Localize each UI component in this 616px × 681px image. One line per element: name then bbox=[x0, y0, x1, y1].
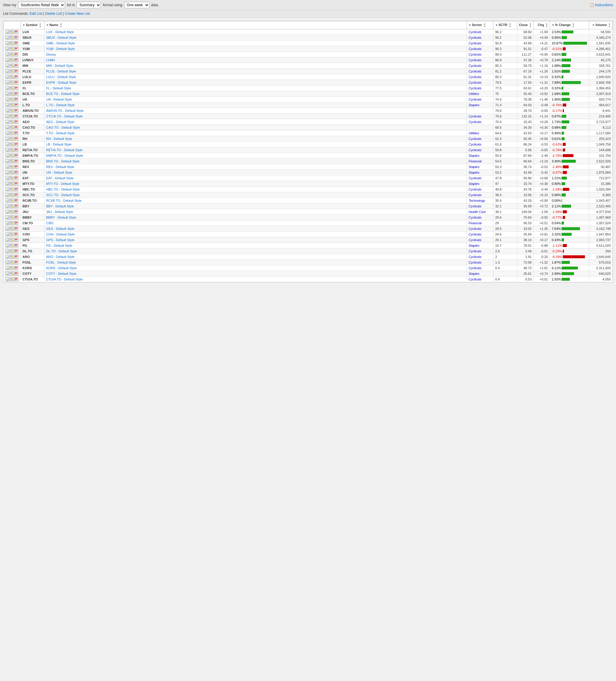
flag-icon[interactable]: 🚩 bbox=[14, 52, 18, 56]
chart-icon[interactable]: 📊 bbox=[5, 176, 9, 180]
edit-icon[interactable]: ✏️ bbox=[10, 58, 14, 62]
delete-list-link[interactable]: Delete List bbox=[45, 11, 62, 16]
flag-icon[interactable]: 🚩 bbox=[14, 210, 18, 214]
edit-icon[interactable]: ✏️ bbox=[10, 238, 14, 242]
chart-icon[interactable]: 📊 bbox=[5, 80, 9, 84]
flag-icon[interactable]: 🚩 bbox=[14, 204, 18, 208]
th-name[interactable]: ▼Name ▲▼ bbox=[44, 21, 467, 29]
chart-icon[interactable]: 📊 bbox=[5, 52, 9, 56]
chart-icon[interactable]: 📊 bbox=[5, 165, 9, 169]
flag-icon[interactable]: 🚩 bbox=[14, 170, 18, 175]
th-chg[interactable]: Chg ▲▼ bbox=[534, 21, 550, 29]
flag-icon[interactable]: 🚩 bbox=[14, 137, 18, 141]
chart-icon[interactable]: 📊 bbox=[5, 249, 9, 253]
edit-icon[interactable]: ✏️ bbox=[10, 97, 14, 101]
flag-icon[interactable]: 🚩 bbox=[14, 80, 18, 84]
flag-icon[interactable]: 🚩 bbox=[14, 58, 18, 62]
chart-icon[interactable]: 📊 bbox=[5, 92, 9, 96]
flag-icon[interactable]: 🚩 bbox=[14, 176, 18, 180]
flag-icon[interactable]: 🚩 bbox=[14, 227, 18, 231]
edit-icon[interactable]: ✏️ bbox=[10, 30, 14, 34]
edit-icon[interactable]: ✏️ bbox=[10, 165, 14, 169]
th-volume[interactable]: ▼Volume ▲▼ bbox=[589, 21, 613, 29]
chart-icon[interactable]: 📊 bbox=[5, 58, 9, 62]
chart-icon[interactable]: 📊 bbox=[5, 260, 9, 264]
edit-icon[interactable]: ✏️ bbox=[10, 216, 14, 220]
chart-icon[interactable]: 📊 bbox=[5, 41, 9, 45]
chart-icon[interactable]: 📊 bbox=[5, 86, 9, 90]
chart-icon[interactable]: 📊 bbox=[5, 97, 9, 101]
edit-icon[interactable]: ✏️ bbox=[10, 187, 14, 192]
edit-icon[interactable]: ✏️ bbox=[10, 255, 14, 259]
flag-icon[interactable]: 🚩 bbox=[14, 86, 18, 90]
edit-icon[interactable]: ✏️ bbox=[10, 266, 14, 270]
flag-icon[interactable]: 🚩 bbox=[14, 165, 18, 169]
flag-icon[interactable]: 🚩 bbox=[14, 148, 18, 152]
edit-icon[interactable]: ✏️ bbox=[10, 170, 14, 175]
flag-icon[interactable]: 🚩 bbox=[14, 114, 18, 118]
chart-icon[interactable]: 📊 bbox=[5, 221, 9, 225]
flag-icon[interactable]: 🚩 bbox=[14, 260, 18, 264]
edit-icon[interactable]: ✏️ bbox=[10, 108, 14, 113]
flag-icon[interactable]: 🚩 bbox=[14, 159, 18, 163]
flag-icon[interactable]: 🚩 bbox=[14, 30, 18, 34]
flag-icon[interactable]: 🚩 bbox=[14, 108, 18, 113]
flag-icon[interactable]: 🚩 bbox=[14, 232, 18, 236]
list-in-select[interactable]: Summary bbox=[77, 2, 101, 8]
chart-icon[interactable]: 📊 bbox=[5, 277, 9, 281]
edit-icon[interactable]: ✏️ bbox=[10, 86, 14, 90]
chart-icon[interactable]: 📊 bbox=[5, 114, 9, 118]
flag-icon[interactable]: 🚩 bbox=[14, 69, 18, 73]
chart-icon[interactable]: 📊 bbox=[5, 30, 9, 34]
flag-icon[interactable]: 🚩 bbox=[14, 199, 18, 203]
chart-icon[interactable]: 📊 bbox=[5, 64, 9, 68]
edit-icon[interactable]: ✏️ bbox=[10, 64, 14, 68]
flag-icon[interactable]: 🚩 bbox=[14, 187, 18, 192]
edit-icon[interactable]: ✏️ bbox=[10, 154, 14, 158]
edit-icon[interactable]: ✏️ bbox=[10, 47, 14, 51]
edit-icon[interactable]: ✏️ bbox=[10, 260, 14, 264]
chart-icon[interactable]: 📊 bbox=[5, 131, 9, 135]
edit-icon[interactable]: ✏️ bbox=[10, 210, 14, 214]
flag-icon[interactable]: 🚩 bbox=[14, 131, 18, 135]
chart-icon[interactable]: 📊 bbox=[5, 272, 9, 276]
chart-icon[interactable]: 📊 bbox=[5, 69, 9, 73]
edit-icon[interactable]: ✏️ bbox=[10, 41, 14, 45]
edit-icon[interactable]: ✏️ bbox=[10, 232, 14, 236]
flag-icon[interactable]: 🚩 bbox=[14, 47, 18, 51]
edit-icon[interactable]: ✏️ bbox=[10, 227, 14, 231]
chart-icon[interactable]: 📊 bbox=[5, 199, 9, 203]
chart-icon[interactable]: 📊 bbox=[5, 187, 9, 192]
chart-icon[interactable]: 📊 bbox=[5, 227, 9, 231]
flag-icon[interactable]: 🚩 bbox=[14, 182, 18, 186]
chart-icon[interactable]: 📊 bbox=[5, 193, 9, 197]
flag-icon[interactable]: 🚩 bbox=[14, 35, 18, 40]
edit-icon[interactable]: ✏️ bbox=[10, 272, 14, 276]
edit-icon[interactable]: ✏️ bbox=[10, 221, 14, 225]
edit-icon[interactable]: ✏️ bbox=[10, 199, 14, 203]
edit-icon[interactable]: ✏️ bbox=[10, 120, 14, 124]
chart-icon[interactable]: 📊 bbox=[5, 159, 9, 163]
chart-icon[interactable]: 📊 bbox=[5, 204, 9, 208]
flag-icon[interactable]: 🚩 bbox=[14, 249, 18, 253]
edit-icon[interactable]: ✏️ bbox=[10, 137, 14, 141]
edit-icon[interactable]: ✏️ bbox=[10, 52, 14, 56]
edit-icon[interactable]: ✏️ bbox=[10, 148, 14, 152]
chart-icon[interactable]: 📊 bbox=[5, 148, 9, 152]
chart-icon[interactable]: 📊 bbox=[5, 108, 9, 113]
th-sector[interactable]: ▼Sector ▲▼ bbox=[467, 21, 493, 29]
flag-icon[interactable]: 🚩 bbox=[14, 142, 18, 147]
flag-icon[interactable]: 🚩 bbox=[14, 75, 18, 79]
flag-icon[interactable]: 🚩 bbox=[14, 244, 18, 248]
instructions-button[interactable]: 📋 Instructions bbox=[590, 3, 613, 7]
edit-icon[interactable]: ✏️ bbox=[10, 92, 14, 96]
chart-icon[interactable]: 📊 bbox=[5, 182, 9, 186]
flag-icon[interactable]: 🚩 bbox=[14, 238, 18, 242]
chart-icon[interactable]: 📊 bbox=[5, 103, 9, 107]
edit-icon[interactable]: ✏️ bbox=[10, 114, 14, 118]
flag-icon[interactable]: 🚩 bbox=[14, 266, 18, 270]
chart-icon[interactable]: 📊 bbox=[5, 142, 9, 147]
edit-list-link[interactable]: Edit List bbox=[30, 11, 42, 16]
chart-icon[interactable]: 📊 bbox=[5, 255, 9, 259]
edit-icon[interactable]: ✏️ bbox=[10, 249, 14, 253]
